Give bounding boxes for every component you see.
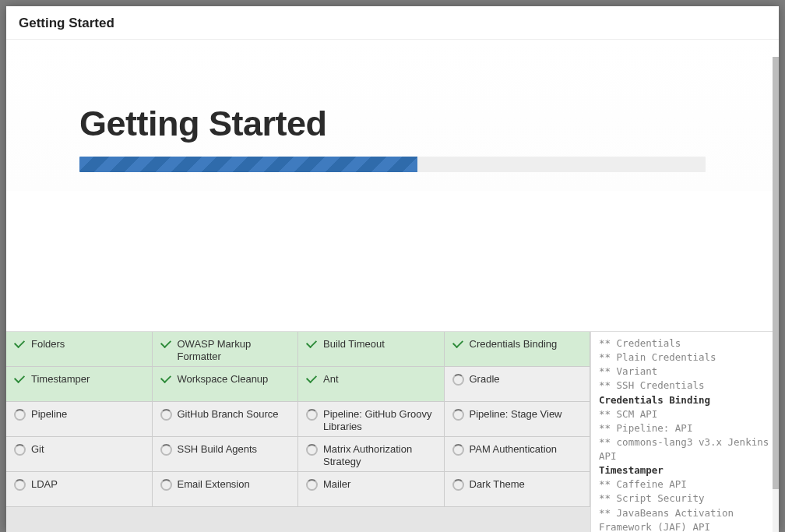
check-icon <box>14 374 25 385</box>
plugin-cell: SSH Build Agents <box>153 437 299 472</box>
spinner-icon <box>452 479 463 490</box>
plugin-cell: Folders <box>6 332 153 367</box>
plugin-cell: Build Timeout <box>298 332 445 367</box>
plugin-label: GitHub Branch Source <box>178 408 290 421</box>
plugin-label: Mailer <box>323 478 436 491</box>
plugin-grid: FoldersOWASP Markup FormatterBuild Timeo… <box>6 332 590 532</box>
plugin-cell: Dark Theme <box>445 472 591 507</box>
plugin-cell: LDAP <box>6 472 153 507</box>
spinner-icon <box>452 374 463 385</box>
plugin-label: Pipeline: Stage View <box>470 408 583 421</box>
plugin-cell: Email Extension <box>153 472 299 507</box>
plugin-label: Timestamper <box>31 373 144 386</box>
spinner-icon <box>14 409 25 420</box>
plugin-cell: Gradle <box>445 367 591 402</box>
spinner-icon <box>452 444 463 455</box>
plugin-label: Build Timeout <box>323 338 436 351</box>
plugin-label: Workspace Cleanup <box>178 373 290 386</box>
plugin-cell: OWASP Markup Formatter <box>153 332 299 367</box>
lower-panel: FoldersOWASP Markup FormatterBuild Timeo… <box>6 331 779 532</box>
spinner-icon <box>14 444 25 455</box>
log-heading: Timestamper <box>599 463 771 477</box>
log-line: ** Credentials <box>599 336 771 351</box>
plugin-cell: Timestamper <box>6 367 153 402</box>
spinner-icon <box>160 444 171 455</box>
log-line: ** commons-lang3 v3.x Jenkins API <box>599 435 771 463</box>
spinner-icon <box>306 444 317 455</box>
scrollbar-thumb[interactable] <box>773 57 779 489</box>
plugin-label: Dark Theme <box>470 478 583 491</box>
plugin-label: Folders <box>31 338 144 351</box>
install-progress-bar <box>79 157 706 172</box>
spinner-icon <box>306 479 317 490</box>
log-line: ** SCM API <box>599 407 771 421</box>
check-icon <box>160 339 171 350</box>
vertical-scrollbar[interactable] <box>773 57 779 532</box>
spinner-icon <box>14 479 25 490</box>
check-icon <box>452 339 463 350</box>
spinner-icon <box>306 409 317 420</box>
plugin-label: LDAP <box>31 478 144 491</box>
plugin-cell: Credentials Binding <box>445 332 591 367</box>
plugin-label: SSH Build Agents <box>178 443 290 456</box>
plugin-cell: Mailer <box>298 472 445 507</box>
plugin-cell: Pipeline: Stage View <box>445 402 591 437</box>
check-icon <box>14 339 25 350</box>
plugin-label: OWASP Markup Formatter <box>178 338 290 364</box>
log-heading: Credentials Binding <box>599 393 771 407</box>
plugin-label: Credentials Binding <box>470 338 583 351</box>
log-line: ** Variant <box>599 365 771 379</box>
spinner-icon <box>160 479 171 490</box>
setup-wizard-window: Getting Started Getting Started FoldersO… <box>6 6 779 532</box>
log-line: ** Plain Credentials <box>599 351 771 365</box>
check-icon <box>306 339 317 350</box>
plugin-label: Git <box>31 443 144 456</box>
log-line: ** SSH Credentials <box>599 379 771 393</box>
plugin-label: Email Extension <box>178 478 290 491</box>
plugin-cell: GitHub Branch Source <box>153 402 299 437</box>
log-line: ** Caffeine API <box>599 477 771 491</box>
plugin-cell: Workspace Cleanup <box>153 367 299 402</box>
hero-spacer <box>6 191 779 331</box>
plugin-label: Pipeline: GitHub Groovy Libraries <box>323 408 436 434</box>
plugin-label: Gradle <box>470 373 583 386</box>
plugin-label: Ant <box>323 373 436 386</box>
install-progress-fill <box>79 157 417 172</box>
plugin-cell: Git <box>6 437 153 472</box>
plugin-cell: PAM Authentication <box>445 437 591 472</box>
plugin-cell: Ant <box>298 367 445 402</box>
wizard-content: Getting Started FoldersOWASP Markup Form… <box>6 40 779 532</box>
window-title: Getting Started <box>6 6 779 40</box>
install-log-panel: ** Credentials** Plain Credentials** Var… <box>590 332 779 532</box>
plugin-label: PAM Authentication <box>470 443 583 456</box>
check-icon <box>160 374 171 385</box>
check-icon <box>306 374 317 385</box>
plugin-cell: Matrix Authorization Strategy <box>298 437 445 472</box>
spinner-icon <box>452 409 463 420</box>
plugin-cell: Pipeline <box>6 402 153 437</box>
log-line: ** JavaBeans Activation Framework (JAF) … <box>599 506 771 533</box>
log-line: ** Pipeline: API <box>599 421 771 435</box>
log-line: ** Script Security <box>599 491 771 506</box>
plugin-label: Pipeline <box>31 408 144 421</box>
plugin-label: Matrix Authorization Strategy <box>323 443 436 469</box>
hero-section: Getting Started <box>6 40 779 191</box>
spinner-icon <box>160 409 171 420</box>
plugin-cell: Pipeline: GitHub Groovy Libraries <box>298 402 445 437</box>
hero-title: Getting Started <box>79 104 706 144</box>
